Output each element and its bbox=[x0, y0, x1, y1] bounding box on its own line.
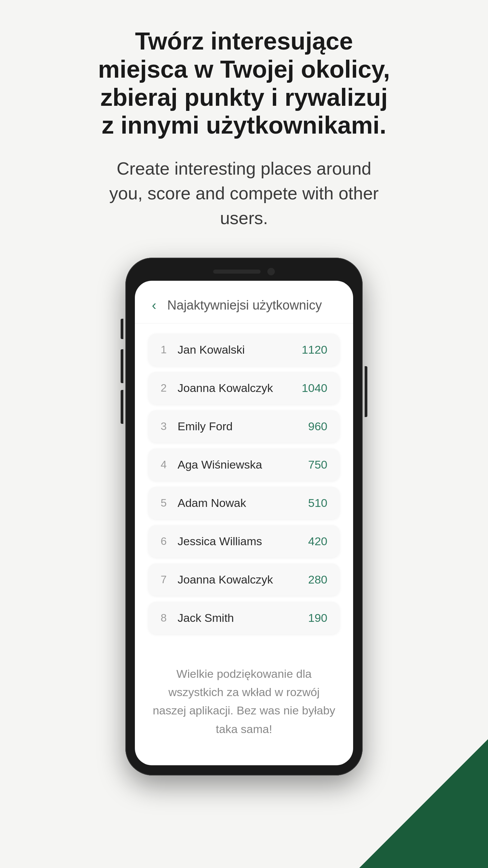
user-score: 280 bbox=[308, 573, 327, 586]
user-score: 750 bbox=[308, 458, 327, 471]
user-score: 960 bbox=[308, 420, 327, 433]
phone-top-bar bbox=[135, 268, 353, 275]
rank-number: 8 bbox=[161, 612, 178, 624]
back-button[interactable]: ‹ bbox=[152, 298, 156, 313]
screen-footer: Wielkie podziękowanie dla wszystkich za … bbox=[135, 644, 353, 766]
user-score: 1040 bbox=[302, 381, 327, 395]
leaderboard-row-4: 4Aga Wiśniewska750 bbox=[148, 449, 340, 481]
phone-speaker bbox=[213, 270, 261, 274]
hero-subtitle-en: Create interesting places around you, sc… bbox=[98, 156, 390, 230]
rank-number: 6 bbox=[161, 535, 178, 548]
user-name: Joanna Kowalczyk bbox=[178, 381, 302, 395]
phone-button-vol-down bbox=[121, 390, 123, 424]
rank-number: 1 bbox=[161, 343, 178, 356]
user-score: 510 bbox=[308, 496, 327, 510]
user-name: Joanna Kowalczyk bbox=[178, 573, 308, 586]
leaderboard-row-8: 8Jack Smith190 bbox=[148, 602, 340, 634]
phone-mockup: ‹ Najaktywniejsi użytkownicy 1Jan Kowals… bbox=[125, 258, 363, 776]
phone-button-power bbox=[121, 319, 123, 339]
green-corner-decoration bbox=[359, 739, 488, 868]
user-name: Aga Wiśniewska bbox=[178, 458, 308, 471]
phone-screen: ‹ Najaktywniejsi użytkownicy 1Jan Kowals… bbox=[135, 281, 353, 766]
leaderboard-row-7: 7Joanna Kowalczyk280 bbox=[148, 564, 340, 596]
leaderboard-row-2: 2Joanna Kowalczyk1040 bbox=[148, 372, 340, 404]
user-name: Jessica Williams bbox=[178, 535, 308, 548]
screen-title: Najaktywniejsi użytkownicy bbox=[166, 298, 323, 313]
user-name: Adam Nowak bbox=[178, 496, 308, 510]
rank-number: 4 bbox=[161, 458, 178, 471]
rank-number: 2 bbox=[161, 382, 178, 394]
user-name: Jack Smith bbox=[178, 611, 308, 625]
footer-text: Wielkie podziękowanie dla wszystkich za … bbox=[152, 665, 336, 738]
user-score: 190 bbox=[308, 611, 327, 625]
user-score: 1120 bbox=[302, 343, 327, 356]
leaderboard-row-3: 3Emily Ford960 bbox=[148, 410, 340, 442]
phone-button-right bbox=[365, 366, 367, 417]
hero-title-pl: Twórz interesujące miejsca w Twojej okol… bbox=[92, 27, 396, 139]
phone-button-vol-up bbox=[121, 349, 123, 383]
leaderboard-row-5: 5Adam Nowak510 bbox=[148, 487, 340, 519]
phone-frame: ‹ Najaktywniejsi użytkownicy 1Jan Kowals… bbox=[125, 258, 363, 776]
leaderboard-row-1: 1Jan Kowalski1120 bbox=[148, 334, 340, 366]
user-name: Jan Kowalski bbox=[178, 343, 302, 356]
phone-camera bbox=[267, 268, 275, 275]
screen-header: ‹ Najaktywniejsi użytkownicy bbox=[135, 281, 353, 323]
user-name: Emily Ford bbox=[178, 420, 308, 433]
leaderboard-row-6: 6Jessica Williams420 bbox=[148, 525, 340, 557]
rank-number: 3 bbox=[161, 420, 178, 433]
rank-number: 7 bbox=[161, 573, 178, 586]
leaderboard-list: 1Jan Kowalski11202Joanna Kowalczyk10403E… bbox=[135, 323, 353, 644]
user-score: 420 bbox=[308, 535, 327, 548]
rank-number: 5 bbox=[161, 497, 178, 509]
